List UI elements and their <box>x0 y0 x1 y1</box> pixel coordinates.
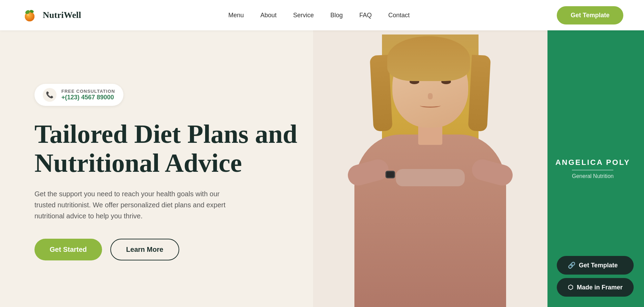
made-in-framer-button[interactable]: ⬡ Made in Framer <box>557 278 634 297</box>
hero-section: 📞 FREE CONSULTATION +(123) 4567 89000 Ta… <box>0 30 644 307</box>
person-body-composite <box>327 30 534 307</box>
consultation-label: FREE CONSULTATION <box>61 89 115 94</box>
svg-point-5 <box>27 14 29 16</box>
hero-title: Tailored Diet Plans and Nutritional Advi… <box>34 120 303 177</box>
profile-divider <box>572 170 613 170</box>
learn-more-button[interactable]: Learn More <box>110 239 179 260</box>
phone-icon: 📞 <box>43 88 57 102</box>
hero-content: 📞 FREE CONSULTATION +(123) 4567 89000 Ta… <box>0 30 331 307</box>
hair-top <box>387 36 470 81</box>
nav-blog[interactable]: Blog <box>330 12 343 19</box>
body-torso <box>354 135 506 307</box>
person-figure <box>313 30 547 307</box>
framer-icon: ⬡ <box>568 284 573 291</box>
bottom-get-template-label: Get Template <box>579 262 618 269</box>
phone-glyph: 📞 <box>46 91 53 99</box>
bottom-get-template-button[interactable]: 🔗 Get Template <box>557 256 634 275</box>
navbar: NutriWell Menu About Service Blog FAQ Co… <box>0 0 644 30</box>
nav-service[interactable]: Service <box>293 12 314 19</box>
bottom-cta-area: 🔗 Get Template ⬡ Made in Framer <box>557 256 634 297</box>
hair-right <box>468 55 491 132</box>
nose <box>428 93 433 99</box>
hero-buttons: Get Started Learn More <box>34 239 303 260</box>
nav-menu[interactable]: Menu <box>228 12 244 19</box>
get-started-button[interactable]: Get Started <box>34 239 102 260</box>
logo-icon <box>21 6 39 24</box>
hero-subtitle: Get the support you need to reach your h… <box>34 188 241 221</box>
nav-get-template-button[interactable]: Get Template <box>557 6 623 24</box>
nav-contact[interactable]: Contact <box>388 12 410 19</box>
crossed-arms <box>396 169 465 186</box>
person-photo <box>313 30 547 307</box>
profile-role: General Nutrition <box>555 173 630 179</box>
profile-name: ANGELICA POLY <box>555 158 630 167</box>
profile-card: ANGELICA POLY General Nutrition <box>555 158 630 179</box>
nav-faq[interactable]: FAQ <box>359 12 372 19</box>
consultation-info: FREE CONSULTATION +(123) 4567 89000 <box>61 89 115 101</box>
nav-links: Menu About Service Blog FAQ Contact <box>228 12 410 19</box>
arm-right <box>470 157 515 188</box>
consultation-badge: 📞 FREE CONSULTATION +(123) 4567 89000 <box>34 84 123 106</box>
link-icon: 🔗 <box>568 261 575 269</box>
watch <box>385 171 395 178</box>
brand-name: NutriWell <box>43 10 81 20</box>
nav-about[interactable]: About <box>260 12 276 19</box>
made-in-framer-label: Made in Framer <box>577 284 623 291</box>
arm-left <box>345 157 391 188</box>
logo[interactable]: NutriWell <box>21 6 81 24</box>
mouth <box>420 103 441 108</box>
consultation-phone[interactable]: +(123) 4567 89000 <box>61 94 115 101</box>
